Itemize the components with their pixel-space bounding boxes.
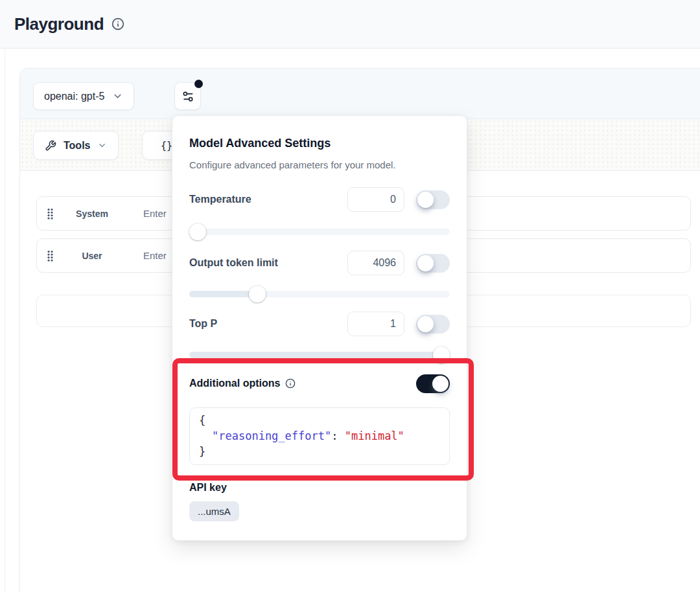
top-p-row: Top P 1 (189, 312, 450, 336)
page-header: Playground (0, 0, 700, 49)
grip-vertical-icon[interactable] (47, 207, 54, 220)
output-token-limit-toggle[interactable] (416, 254, 450, 273)
popover-title: Model Advanced Settings (189, 135, 450, 151)
slider-track[interactable] (189, 229, 450, 235)
additional-options-json-editor[interactable]: {"reasoning_effort": "minimal"} (189, 407, 450, 465)
additional-options-label: Additional options (189, 378, 416, 389)
popover-subtitle: Configure advanced parameters for your m… (189, 159, 450, 172)
code-line: "reasoning_effort": "minimal" (199, 429, 440, 444)
sliders-icon (181, 90, 194, 103)
model-advanced-settings-popover: Model Advanced Settings Configure advanc… (172, 115, 467, 541)
chevron-down-icon (97, 141, 107, 150)
toggle-knob (417, 255, 434, 271)
top-p-label: Top P (189, 318, 336, 330)
temperature-input[interactable]: 0 (347, 187, 404, 212)
temperature-slider[interactable] (189, 223, 450, 240)
slider-fill (189, 352, 450, 358)
message-placeholder[interactable]: Enter (143, 250, 167, 261)
slider-thumb[interactable] (249, 286, 266, 302)
additional-options-toggle[interactable] (416, 374, 450, 393)
top-p-slider[interactable] (189, 347, 450, 363)
json-key: "reasoning_effort" (212, 429, 331, 442)
message-role-label: System (67, 209, 117, 219)
slider-thumb[interactable] (189, 223, 206, 240)
model-advanced-settings-button[interactable] (174, 82, 201, 110)
output-token-limit-row: Output token limit 4096 (189, 251, 450, 275)
output-token-limit-label: Output token limit (189, 257, 336, 269)
top-p-toggle[interactable] (416, 315, 450, 334)
toggle-knob (432, 376, 449, 392)
slider-thumb[interactable] (433, 347, 450, 363)
temperature-toggle[interactable] (416, 190, 450, 209)
code-line: } (199, 444, 440, 460)
settings-notification-dot (194, 80, 203, 88)
message-role-label: User (67, 251, 117, 261)
message-placeholder[interactable]: Enter (143, 208, 167, 219)
api-key-label: API key (189, 482, 450, 494)
page-title: Playground (14, 14, 104, 34)
top-p-input[interactable]: 1 (347, 312, 404, 336)
model-select-label: openai: gpt-5 (44, 91, 104, 102)
json-separator: : (331, 429, 344, 442)
toggle-knob (417, 192, 434, 208)
info-icon[interactable] (111, 17, 124, 30)
output-token-limit-input[interactable]: 4096 (347, 251, 404, 275)
braces-icon: {} (161, 140, 172, 152)
model-select-button[interactable]: openai: gpt-5 (33, 82, 134, 110)
wrench-icon (45, 140, 56, 152)
output-token-limit-slider[interactable] (189, 286, 450, 302)
code-line: { (199, 413, 440, 429)
model-toolbar: openai: gpt-5 (20, 69, 700, 119)
sidebar-divider (5, 49, 5, 592)
tools-button-label: Tools (64, 140, 90, 152)
json-value: "minimal" (345, 429, 404, 442)
temperature-label: Temperature (189, 194, 336, 205)
info-icon[interactable] (285, 378, 296, 389)
additional-options-row: Additional options (189, 374, 450, 393)
chevron-down-icon (112, 91, 123, 102)
tools-button[interactable]: Tools (33, 131, 119, 160)
slider-fill (189, 291, 257, 297)
grip-vertical-icon[interactable] (47, 249, 54, 262)
temperature-row: Temperature 0 (189, 187, 450, 212)
api-key-badge[interactable]: ...umsA (189, 501, 239, 521)
additional-options-text: Additional options (189, 378, 280, 389)
toggle-knob (417, 316, 434, 332)
